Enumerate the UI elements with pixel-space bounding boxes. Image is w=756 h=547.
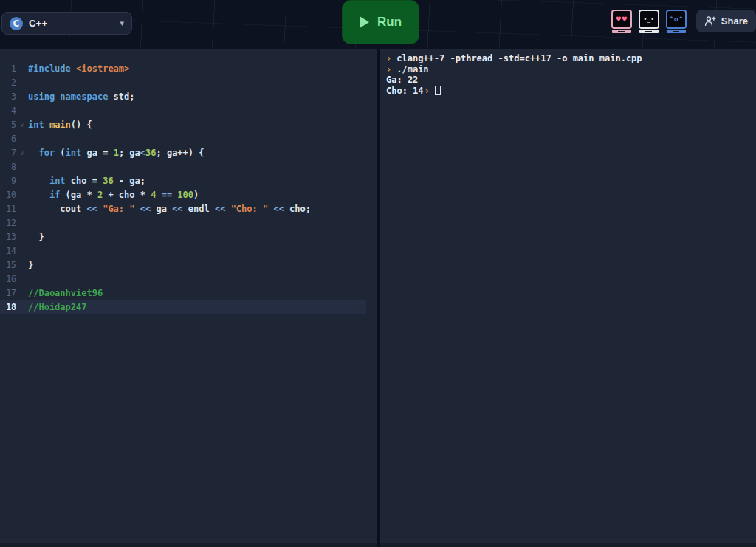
code-line[interactable]: 4	[0, 103, 366, 117]
code-line[interactable]: 11 cout << "Ga: " << ga << endl << "Cho:…	[0, 202, 366, 216]
code-text: }	[28, 260, 33, 270]
prompt-icon: ›	[386, 53, 391, 63]
line-number: 5	[0, 120, 16, 130]
code-line[interactable]: 16	[0, 272, 366, 286]
monitor-base-slot	[673, 31, 679, 32]
terminal-text: Ga: 22	[386, 75, 418, 85]
prompt-icon: ›	[386, 64, 391, 75]
monitor-frame: ♥♥	[611, 10, 632, 29]
code-text: //Daoanhviet96	[28, 288, 103, 298]
line-number: 13	[0, 232, 16, 242]
code-line[interactable]: 10 if (ga * 2 + cho * 4 == 100)	[0, 188, 366, 202]
top-bar: C C++ ▾ Run ♥♥•_•^o^ Share	[0, 0, 756, 49]
code-line[interactable]: 1#include <iostream>	[0, 61, 366, 75]
line-number: 2	[0, 78, 16, 88]
avatar-neutral-face-computer-icon[interactable]: •_•	[637, 10, 661, 33]
terminal-cursor	[435, 86, 441, 95]
line-number: 10	[0, 190, 16, 200]
code-line[interactable]: 5∨int main() {	[0, 117, 366, 131]
terminal-text: Cho: 14	[386, 86, 424, 96]
code-line[interactable]: 9 int cho = 36 - ga;	[0, 173, 366, 188]
fold-spacer	[16, 110, 28, 111]
run-button[interactable]: Run	[342, 0, 419, 44]
fold-spacer	[16, 250, 28, 252]
fold-spacer	[16, 68, 28, 69]
main-split: 1#include <iostream>23using namespace st…	[0, 49, 756, 547]
code-line[interactable]: 8	[0, 159, 366, 173]
avatar-face: ^o^	[669, 16, 684, 23]
line-number: 17	[0, 288, 16, 298]
fold-spacer	[16, 278, 28, 280]
code-line[interactable]: 18//Hoidap247	[0, 300, 366, 314]
avatar-happy-face-computer-icon[interactable]: ^o^	[664, 10, 688, 33]
fold-chevron-icon[interactable]: ∨	[16, 148, 28, 156]
code-line[interactable]: 17//Daoanhviet96	[0, 286, 366, 300]
line-number: 1	[0, 63, 16, 74]
share-button-label: Share	[721, 16, 748, 27]
fold-spacer	[16, 138, 28, 140]
play-icon	[360, 16, 369, 28]
run-button-label: Run	[377, 15, 402, 30]
line-number: 7	[0, 148, 16, 158]
fold-spacer	[16, 166, 28, 168]
code-editor[interactable]: 1#include <iostream>23using namespace st…	[0, 49, 377, 547]
fold-spacer	[16, 222, 28, 224]
fold-spacer	[16, 180, 28, 182]
code-line[interactable]: 12	[0, 216, 366, 230]
code-text: using namespace std;	[28, 92, 135, 102]
monitor-base	[639, 30, 659, 33]
terminal[interactable]: ›clang++-7 -pthread -std=c++17 -o main m…	[380, 49, 756, 547]
share-button[interactable]: Share	[696, 10, 756, 32]
prompt-icon: ›	[425, 86, 430, 96]
code-line[interactable]: 7∨ for (int ga = 1; ga<36; ga++) {	[0, 145, 366, 159]
line-number: 12	[0, 218, 16, 228]
fold-spacer	[16, 194, 28, 196]
fold-spacer	[16, 306, 28, 308]
code-line[interactable]: 15}	[0, 258, 366, 272]
person-add-icon	[704, 16, 716, 27]
terminal-line: Cho: 14›	[386, 86, 756, 97]
avatar-face: ♥♥	[616, 16, 628, 23]
monitor-base-slot	[645, 31, 652, 32]
terminal-line: ›./main	[386, 64, 756, 75]
monitor-frame: ^o^	[666, 10, 687, 29]
editor-bottom-scrollbar[interactable]	[0, 543, 377, 547]
topbar-right-group: ♥♥•_•^o^ Share	[610, 10, 756, 38]
line-number: 3	[0, 92, 16, 102]
language-selector[interactable]: C C++ ▾	[1, 12, 132, 35]
fold-spacer	[16, 82, 28, 83]
terminal-line: Ga: 22	[386, 75, 756, 86]
code-line[interactable]: 14	[0, 244, 366, 258]
monitor-base	[667, 30, 686, 33]
code-line[interactable]: 3using namespace std;	[0, 89, 366, 103]
avatar-row: ♥♥•_•^o^	[610, 10, 688, 33]
chevron-down-icon: ▾	[120, 18, 124, 28]
line-number: 6	[0, 134, 16, 144]
line-number: 15	[0, 260, 16, 270]
line-number: 9	[0, 176, 16, 186]
code-line[interactable]: 2	[0, 75, 366, 89]
language-selector-label: C++	[29, 18, 47, 29]
code-text: for (int ga = 1; ga<36; ga++) {	[28, 148, 205, 158]
code-text: }	[28, 232, 44, 242]
fold-spacer	[16, 292, 28, 294]
terminal-line: ›clang++-7 -pthread -std=c++17 -o main m…	[386, 53, 756, 64]
line-number: 11	[0, 204, 16, 214]
avatar-heart-eyes-computer-icon[interactable]: ♥♥	[610, 10, 633, 33]
terminal-bottom-strip	[380, 543, 756, 547]
code-editor-lines: 1#include <iostream>23using namespace st…	[0, 61, 377, 314]
line-number: 8	[0, 162, 16, 172]
monitor-base-slot	[618, 31, 625, 32]
line-number: 16	[0, 274, 16, 284]
fold-chevron-icon[interactable]: ∨	[16, 120, 28, 128]
code-line[interactable]: 13 }	[0, 230, 366, 244]
line-number: 18	[0, 302, 16, 312]
monitor-frame: •_•	[639, 10, 659, 29]
code-text: #include <iostream>	[28, 63, 129, 74]
terminal-lines: ›clang++-7 -pthread -std=c++17 -o main m…	[386, 53, 756, 96]
cpp-logo-icon: C	[10, 17, 23, 30]
code-text: cout << "Ga: " << ga << endl << "Cho: " …	[28, 204, 311, 214]
code-line[interactable]: 6	[0, 131, 366, 145]
monitor-base	[612, 30, 631, 33]
line-number: 4	[0, 106, 16, 116]
